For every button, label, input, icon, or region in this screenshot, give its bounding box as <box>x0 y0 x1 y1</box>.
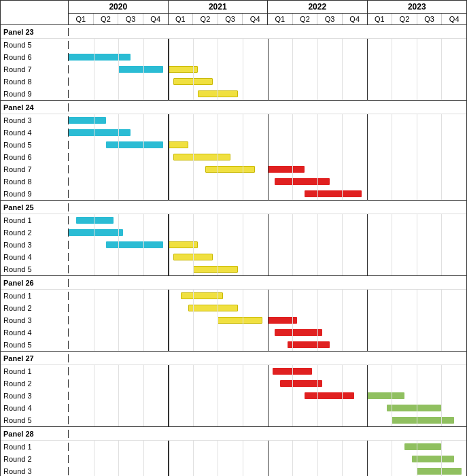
quarter-grid-line <box>441 139 442 151</box>
year-label-2023: 2023 <box>368 1 467 14</box>
quarter-grid-line <box>243 214 243 226</box>
gantt-bar-panel23-3-0 <box>173 78 213 85</box>
quarter-grid-line <box>392 326 392 339</box>
data-row-panel27-2: Round 3 <box>1 390 466 402</box>
quarter-grid-line <box>243 75 243 88</box>
quarter-grid-line <box>143 126 144 139</box>
year-grid-line <box>168 377 169 390</box>
quarter-grid-line <box>441 239 442 251</box>
quarter-grid-line <box>243 114 243 126</box>
year-group-2021: 2021Q1Q2Q3Q4 <box>169 1 269 24</box>
quarter-2022-Q1: Q1 <box>268 14 293 24</box>
year-grid-line <box>168 75 169 88</box>
section-panel26: Panel 26Round 1Round 2Round 3Round 4Roun… <box>1 276 466 352</box>
quarter-grid-line <box>317 290 318 302</box>
panel-label-panel26: Panel 26 <box>1 279 69 287</box>
year-grid-line <box>168 314 169 326</box>
year-grid-line <box>168 114 169 126</box>
quarter-grid-line <box>292 290 293 302</box>
gantt-bar-panel27-4-0 <box>392 417 453 424</box>
year-grid-line <box>268 365 269 377</box>
quarter-grid-line <box>417 214 417 226</box>
gantt-bar-panel27-2-1 <box>367 392 404 399</box>
quarter-grid-line <box>143 465 144 476</box>
quarter-grid-line <box>317 126 318 139</box>
quarter-grid-line <box>317 63 318 75</box>
quarter-grid-line <box>218 51 218 63</box>
quarter-grid-line <box>342 365 343 377</box>
quarter-grid-line <box>342 402 343 414</box>
quarter-grid-line <box>317 163 318 175</box>
quarter-grid-line <box>118 402 119 414</box>
quarter-grid-line <box>94 139 94 151</box>
quarter-grid-line <box>94 175 94 188</box>
timeline-panel23-2 <box>69 63 466 75</box>
quarter-grid-line <box>342 251 343 263</box>
year-grid-line <box>268 326 269 339</box>
quarter-grid-line <box>118 326 119 339</box>
year-grid-line <box>268 302 269 314</box>
timeline-panel24-2 <box>69 139 466 151</box>
year-group-2022: 2022Q1Q2Q3Q4 <box>268 1 368 24</box>
timeline-panel25-4 <box>69 263 466 275</box>
quarter-grid-line <box>218 63 218 75</box>
quarter-grid-line <box>118 88 119 100</box>
quarter-grid-line <box>441 251 442 263</box>
quarter-grid-line <box>243 63 243 75</box>
panel-label-panel23: Panel 23 <box>1 28 69 36</box>
year-grid-line <box>367 75 368 88</box>
row-label-panel24-2: Round 5 <box>1 141 69 149</box>
quarter-grid-line <box>292 302 293 314</box>
quarter-grid-line <box>118 263 119 275</box>
chart-container: 2020Q1Q2Q3Q42021Q1Q2Q3Q42022Q1Q2Q3Q42023… <box>0 0 467 476</box>
quarter-grid-line <box>243 251 243 263</box>
quarter-grid-line <box>143 188 144 200</box>
year-grid-line <box>268 414 269 426</box>
quarter-2023-Q2: Q2 <box>392 14 417 24</box>
quarter-2020-Q3: Q3 <box>118 14 143 24</box>
quarter-grid-line <box>292 139 293 151</box>
quarter-grid-line <box>143 365 144 377</box>
gantt-bar-panel24-4-0 <box>205 166 255 173</box>
panel-header-panel27: Panel 27 <box>1 352 466 365</box>
quarter-grid-line <box>317 402 318 414</box>
row-label-panel24-1: Round 4 <box>1 129 69 137</box>
gantt-bar-panel25-2-1 <box>168 241 198 248</box>
quarter-grid-line <box>317 414 318 426</box>
quarter-grid-line <box>441 263 442 275</box>
year-grid-line <box>367 188 368 200</box>
quarter-grid-line <box>143 251 144 263</box>
quarter-grid-line <box>143 175 144 188</box>
year-grid-line <box>168 414 169 426</box>
year-grid-line <box>268 175 269 188</box>
quarter-grid-line <box>118 339 119 351</box>
quarter-grid-line <box>392 214 392 226</box>
quarter-grid-line <box>143 326 144 339</box>
quarter-grid-line <box>118 302 119 314</box>
data-row-panel27-0: Round 1 <box>1 365 466 377</box>
quarter-grid-line <box>417 239 417 251</box>
panel-header-panel28: Panel 28 <box>1 427 466 441</box>
panel-header-panel26: Panel 26 <box>1 276 466 290</box>
quarter-grid-line <box>417 326 417 339</box>
year-grid-line <box>168 175 169 188</box>
quarter-grid-line <box>243 390 243 402</box>
quarter-grid-line <box>441 39 442 51</box>
gantt-bar-panel26-0-0 <box>181 292 223 299</box>
quarter-grid-line <box>292 402 293 414</box>
panel-header-panel24: Panel 24 <box>1 101 466 114</box>
year-grid-line <box>168 251 169 263</box>
year-grid-line <box>168 263 169 275</box>
data-row-panel26-2: Round 3 <box>1 314 466 326</box>
year-grid-line <box>268 251 269 263</box>
quarter-grid-line <box>417 390 417 402</box>
quarter-2021-Q2: Q2 <box>193 14 218 24</box>
header-row: 2020Q1Q2Q3Q42021Q1Q2Q3Q42022Q1Q2Q3Q42023… <box>1 1 466 25</box>
quarter-grid-line <box>392 114 392 126</box>
quarter-grid-line <box>118 114 119 126</box>
quarter-grid-line <box>342 239 343 251</box>
quarter-grid-line <box>317 151 318 163</box>
quarter-grid-line <box>94 453 94 465</box>
quarter-grid-line <box>118 75 119 88</box>
year-grid-line <box>367 51 368 63</box>
